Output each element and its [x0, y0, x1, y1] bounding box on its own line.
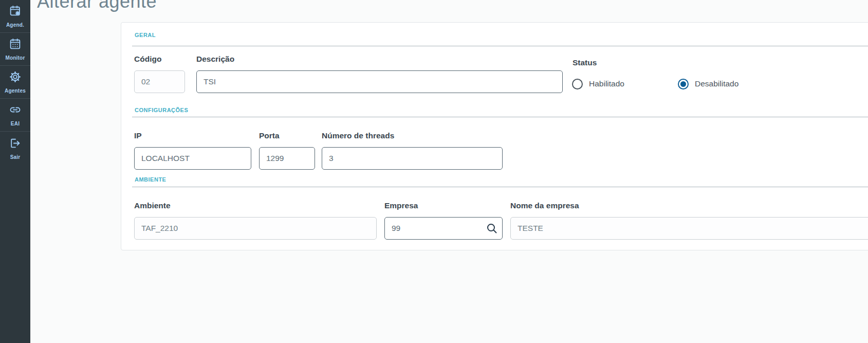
ip-input[interactable] [134, 147, 251, 170]
threads-input[interactable] [322, 147, 503, 170]
radio-circle-unchecked-icon[interactable] [572, 79, 583, 89]
section-divider [132, 117, 868, 117]
field-codigo: Código [134, 55, 185, 93]
form-card: GERAL Código Descrição Status Habilitado… [121, 22, 868, 250]
codigo-input [134, 70, 185, 93]
gear-icon [9, 70, 22, 85]
main-content: Alterar agente GERAL Código Descrição St… [30, 0, 868, 343]
ambiente-input [134, 217, 377, 240]
radio-label: Desabilitado [695, 79, 738, 88]
codigo-label: Código [134, 55, 185, 64]
ambiente-label: Ambiente [134, 201, 377, 210]
sidebar-item-monitor[interactable]: Monitor [0, 33, 30, 66]
calendar-grid-icon [9, 38, 22, 52]
calendar-gear-icon [9, 5, 22, 20]
descricao-label: Descrição [196, 55, 563, 64]
sidebar-item-sair[interactable]: Sair [0, 132, 30, 165]
section-label-configuracoes: CONFIGURAÇÕES [135, 107, 188, 113]
sidebar-item-label: Agend. [6, 22, 24, 28]
field-ip: IP [134, 131, 251, 170]
section-divider [132, 187, 868, 187]
field-empresa: Empresa [384, 201, 503, 240]
section-label-geral: GERAL [135, 32, 156, 38]
nome-empresa-input [510, 217, 868, 240]
sidebar: Agend. Monitor [0, 0, 30, 343]
nome-empresa-label: Nome da empresa [510, 201, 868, 210]
status-radio-desabilitado[interactable]: Desabilitado [678, 78, 738, 89]
sidebar-item-eai[interactable]: EAI [0, 99, 30, 132]
field-descricao: Descrição [196, 55, 563, 93]
field-porta: Porta [259, 131, 315, 170]
descricao-input[interactable] [196, 70, 563, 93]
radio-selected-dot [680, 81, 686, 87]
sign-out-icon [9, 137, 22, 152]
sidebar-item-label: Agentes [5, 88, 26, 94]
page-title: Alterar agente [37, 0, 157, 12]
empresa-lookup-button[interactable] [486, 222, 498, 234]
radio-circle-checked-icon[interactable] [678, 79, 689, 89]
section-divider [132, 46, 868, 46]
chain-link-icon [9, 103, 22, 118]
status-radio-habilitado[interactable]: Habilitado [572, 78, 624, 89]
ip-label: IP [134, 131, 251, 140]
sidebar-item-label: Monitor [5, 55, 25, 61]
search-icon [486, 228, 498, 236]
field-threads: Número de threads [322, 131, 503, 170]
field-ambiente: Ambiente [134, 201, 377, 240]
porta-label: Porta [259, 131, 315, 140]
status-label: Status [572, 58, 597, 67]
empresa-input[interactable] [384, 217, 503, 240]
sidebar-item-agend[interactable]: Agend. [0, 0, 30, 33]
section-label-ambiente: AMBIENTE [135, 176, 166, 183]
sidebar-item-label: EAI [11, 121, 20, 127]
threads-label: Número de threads [322, 131, 503, 140]
radio-label: Habilitado [589, 79, 624, 88]
porta-input[interactable] [259, 147, 315, 170]
sidebar-item-agentes[interactable]: Agentes [0, 66, 30, 99]
sidebar-item-label: Sair [10, 154, 21, 160]
empresa-label: Empresa [384, 201, 503, 210]
field-nome-empresa: Nome da empresa [510, 201, 868, 240]
